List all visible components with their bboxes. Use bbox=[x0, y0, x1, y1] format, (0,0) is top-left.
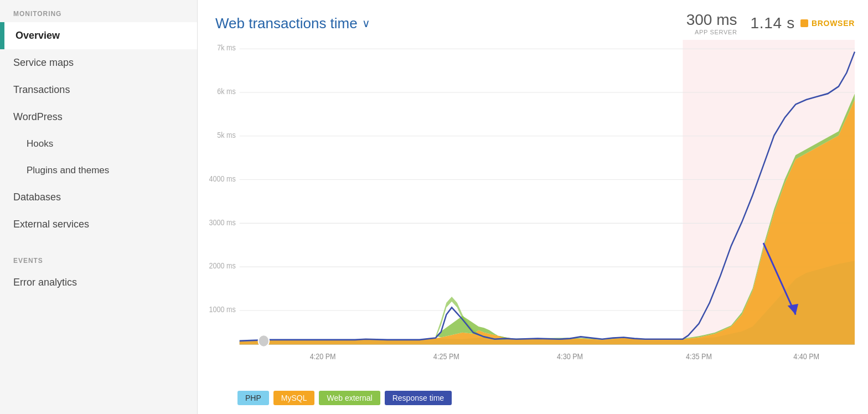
chart-title-group: Web transactions time ∨ bbox=[215, 15, 370, 32]
legend-response-time[interactable]: Response time bbox=[385, 391, 452, 405]
legend-php[interactable]: PHP bbox=[237, 391, 269, 405]
chart-header: Web transactions time ∨ 300 ms APP SERVE… bbox=[215, 11, 855, 35]
sidebar-item-hooks[interactable]: Hooks bbox=[0, 131, 197, 157]
svg-text:2000 ms: 2000 ms bbox=[209, 262, 236, 271]
sidebar-item-overview[interactable]: Overview bbox=[0, 22, 197, 49]
sidebar-item-label: Hooks bbox=[27, 138, 53, 149]
sidebar-item-label: Overview bbox=[16, 30, 60, 42]
chart-title: Web transactions time bbox=[215, 15, 358, 32]
svg-text:5k ms: 5k ms bbox=[217, 131, 236, 139]
sidebar-item-label: WordPress bbox=[13, 111, 63, 123]
sidebar-item-error-analytics[interactable]: Error analytics bbox=[0, 269, 197, 296]
sidebar-item-wordpress[interactable]: WordPress bbox=[0, 104, 197, 131]
svg-text:1000 ms: 1000 ms bbox=[209, 306, 236, 314]
svg-point-20 bbox=[259, 335, 269, 347]
chevron-down-icon[interactable]: ∨ bbox=[362, 17, 370, 30]
sidebar: MONITORING Overview Service maps Transac… bbox=[0, 0, 198, 414]
chart-footer-legend: PHP MySQL Web external Response time bbox=[215, 391, 855, 405]
legend-app-server: 300 ms APP SERVER bbox=[686, 11, 737, 35]
web-transactions-chart: 7k ms 6k ms 5k ms 4000 ms 3000 ms 2000 m… bbox=[215, 40, 855, 386]
sidebar-item-label: External services bbox=[13, 219, 89, 230]
svg-text:4:20 PM: 4:20 PM bbox=[310, 353, 336, 361]
sidebar-item-label: Service maps bbox=[13, 57, 74, 69]
monitoring-section-label: MONITORING bbox=[0, 0, 197, 22]
svg-text:4:25 PM: 4:25 PM bbox=[433, 353, 459, 361]
svg-text:4000 ms: 4000 ms bbox=[209, 174, 236, 183]
legend-web-external[interactable]: Web external bbox=[319, 391, 380, 405]
sidebar-item-label: Error analytics bbox=[13, 277, 77, 288]
main-content: Web transactions time ∨ 300 ms APP SERVE… bbox=[198, 0, 868, 414]
chart-legend-right: 300 ms APP SERVER 1.14 s BROWSER bbox=[686, 11, 855, 35]
app-server-label: APP SERVER bbox=[695, 29, 737, 35]
sidebar-item-service-maps[interactable]: Service maps bbox=[0, 49, 197, 76]
browser-label: BROWSER bbox=[812, 19, 855, 28]
events-section-label: EVENTS bbox=[0, 247, 197, 269]
sidebar-item-transactions[interactable]: Transactions bbox=[0, 76, 197, 104]
svg-text:4:30 PM: 4:30 PM bbox=[557, 353, 583, 361]
svg-text:6k ms: 6k ms bbox=[217, 87, 236, 96]
sidebar-item-label: Plugins and themes bbox=[27, 165, 109, 176]
legend-mysql[interactable]: MySQL bbox=[273, 391, 315, 405]
sidebar-item-plugins-and-themes[interactable]: Plugins and themes bbox=[0, 157, 197, 184]
svg-text:7k ms: 7k ms bbox=[217, 44, 236, 53]
browser-value: 1.14 s bbox=[751, 14, 795, 32]
svg-text:4:35 PM: 4:35 PM bbox=[686, 353, 712, 361]
sidebar-item-external-services[interactable]: External services bbox=[0, 211, 197, 238]
browser-color-dot bbox=[800, 19, 808, 27]
svg-text:3000 ms: 3000 ms bbox=[209, 218, 236, 227]
app-server-value: 300 ms bbox=[686, 11, 737, 29]
sidebar-item-label: Databases bbox=[13, 192, 61, 203]
svg-text:4:40 PM: 4:40 PM bbox=[793, 353, 819, 361]
legend-browser: 1.14 s BROWSER bbox=[751, 14, 855, 32]
chart-area: 7k ms 6k ms 5k ms 4000 ms 3000 ms 2000 m… bbox=[215, 40, 855, 386]
sidebar-item-label: Transactions bbox=[13, 84, 70, 96]
sidebar-item-databases[interactable]: Databases bbox=[0, 184, 197, 211]
